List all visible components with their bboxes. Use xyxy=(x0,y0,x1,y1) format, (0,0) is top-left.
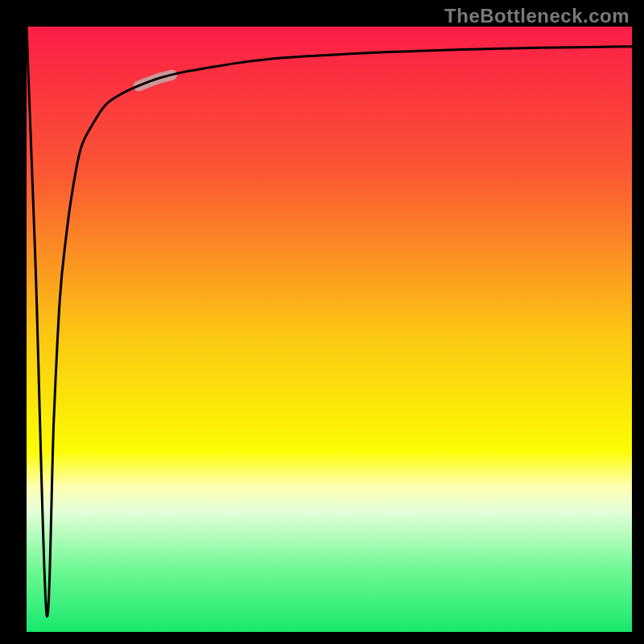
chart-frame: TheBottleneck.com xyxy=(0,0,644,644)
curve-layer xyxy=(27,27,632,632)
plot-area xyxy=(27,27,632,632)
watermark-text: TheBottleneck.com xyxy=(444,5,630,27)
bottleneck-curve xyxy=(27,27,632,617)
